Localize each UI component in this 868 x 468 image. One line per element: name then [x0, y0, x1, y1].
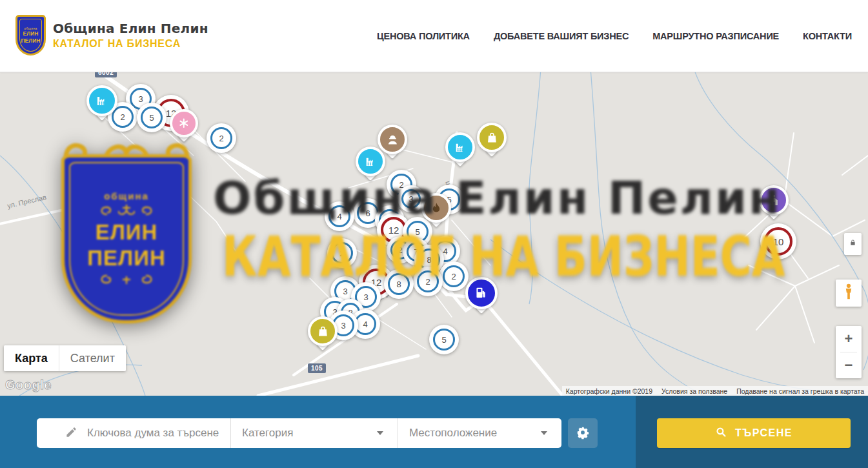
search-button-panel: ТЪРСЕНЕ — [636, 396, 868, 468]
map-cluster[interactable]: 5 — [429, 325, 459, 354]
map-type-satellite-button[interactable]: Сателит — [59, 345, 126, 371]
map-type-map-button[interactable]: Карта — [4, 345, 59, 371]
zoom-in-button[interactable]: + — [836, 326, 862, 352]
pegman-icon — [842, 283, 856, 303]
chevron-down-icon — [377, 431, 383, 435]
site-logo[interactable]: община ЕЛИН ПЕЛИН Община Елин Пелин КАТА… — [15, 15, 208, 56]
map-pin-factory-icon[interactable] — [445, 132, 475, 165]
logo-text: Община Елин Пелин КАТАЛОГ НА БИЗНЕСА — [53, 21, 208, 50]
main-nav: ЦЕНОВА ПОЛИТИКАДОБАВЕТЕ ВАШИЯТ БИЗНЕСМАР… — [377, 0, 852, 72]
map-cluster[interactable]: 8 — [384, 269, 414, 299]
attribution-link[interactable]: Подаване на сигнал за грешка в картата — [736, 387, 864, 395]
keyword-input[interactable] — [86, 426, 224, 440]
search-button[interactable]: ТЪРСЕНЕ — [657, 418, 851, 448]
location-select[interactable]: Местоположение — [398, 418, 561, 448]
map-type-control: Карта Сателит — [4, 345, 126, 371]
keyword-field[interactable] — [37, 418, 230, 448]
map-cluster[interactable]: 2 — [207, 123, 236, 153]
map-cluster[interactable]: 2 — [413, 267, 443, 296]
street-view-lock-button[interactable] — [844, 233, 862, 255]
pencil-icon — [65, 426, 77, 441]
page: община ЕЛИН ПЕЛИН Община Елин Пелин КАТА… — [0, 0, 868, 468]
google-logo[interactable]: Google — [5, 378, 52, 392]
crest-line1: ЕЛИН — [23, 30, 39, 37]
search-fields: Категория Местоположение — [37, 418, 561, 448]
map-cluster[interactable]: 2 — [439, 261, 469, 291]
search-icon — [715, 426, 727, 441]
attribution-text: Картографски данни ©2019 — [566, 387, 652, 395]
map-markers: 3212522356471252742822128333843510 — [0, 72, 868, 396]
map-cluster[interactable]: 3 — [398, 185, 425, 212]
location-select-value: Местоположение — [409, 427, 497, 440]
map-cluster[interactable]: 4 — [325, 201, 354, 231]
site-title: Община Елин Пелин — [53, 21, 208, 36]
nav-item[interactable]: МАРШРУТНО РАЗПИСАНИЕ — [652, 31, 779, 41]
search-bar: ТЪРСЕНЕ Категория Местоположение — [0, 396, 868, 468]
lock-icon — [849, 238, 857, 250]
nav-item[interactable]: ЦЕНОВА ПОЛИТИКА — [377, 31, 470, 41]
site-subtitle: КАТАЛОГ НА БИЗНЕСА — [53, 38, 208, 50]
pegman-button[interactable] — [836, 280, 862, 307]
zoom-control: + − — [836, 326, 862, 378]
map-canvas[interactable]: 6002105ул. Преславбул. „Новоселции 32125… — [0, 72, 868, 396]
map-attribution: Картографски данни ©2019Условия за ползв… — [562, 386, 868, 396]
map-cluster[interactable]: 10 — [760, 223, 796, 259]
map-pin-fuel-icon[interactable] — [465, 277, 498, 312]
zoom-out-button[interactable]: − — [836, 352, 862, 378]
search-button-label: ТЪРСЕНЕ — [735, 427, 792, 439]
map-pin-church-icon[interactable] — [759, 185, 789, 218]
category-select[interactable]: Категория — [231, 418, 398, 448]
nav-item[interactable]: ДОБАВЕТЕ ВАШИЯТ БИЗНЕС — [494, 31, 629, 41]
municipality-crest-logo: община ЕЛИН ПЕЛИН — [15, 15, 46, 56]
map-pin-asterisk-icon[interactable] — [170, 109, 198, 140]
map-pin-bag-icon[interactable] — [308, 316, 338, 349]
map-cluster[interactable]: 5 — [137, 103, 167, 132]
crest-line2: ПЕЛИН — [21, 37, 41, 44]
nav-item[interactable]: КОНТАКТИ — [803, 31, 852, 41]
gear-icon — [576, 425, 590, 442]
chevron-down-icon — [541, 431, 547, 435]
attribution-link[interactable]: Условия за ползване — [661, 387, 727, 395]
settings-button[interactable] — [568, 418, 598, 448]
category-select-value: Категория — [242, 427, 293, 440]
map-pin-bag-icon[interactable] — [477, 123, 507, 155]
map-cluster[interactable]: 2 — [327, 238, 357, 268]
map-pin-factory-icon[interactable] — [356, 147, 385, 179]
header: община ЕЛИН ПЕЛИН Община Елин Пелин КАТА… — [0, 0, 868, 72]
